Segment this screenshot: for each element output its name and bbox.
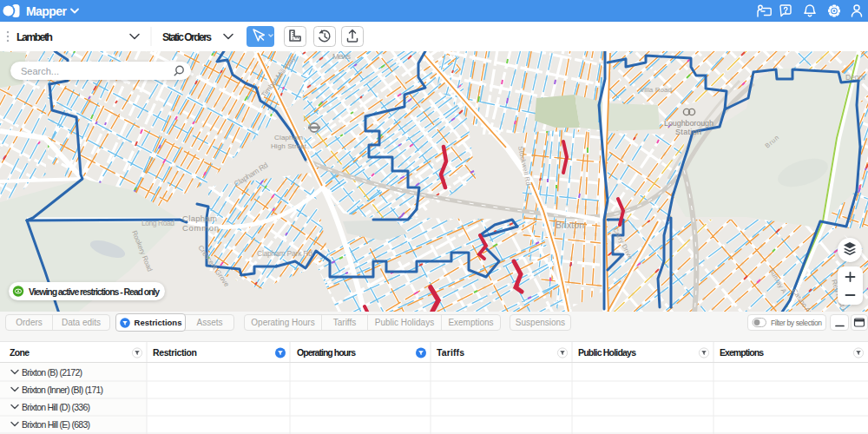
svg-text:Mapper: Mapper — [26, 4, 68, 18]
svg-text:Exemptions: Exemptions — [720, 347, 764, 358]
svg-text:Villa Road: Villa Road — [640, 86, 672, 94]
svg-text:Clapham: Clapham — [274, 134, 303, 141]
svg-text:Restriction: Restriction — [153, 347, 197, 358]
svg-text:Public Holidays: Public Holidays — [578, 347, 636, 358]
svg-text:Clapham Park Rd: Clapham Park Rd — [257, 249, 312, 258]
svg-text:Brixton Hill (E) (683): Brixton Hill (E) (683) — [22, 419, 90, 430]
svg-text:Operating hours: Operating hours — [297, 347, 356, 358]
svg-text:Mews: Mews — [332, 52, 352, 61]
svg-text:Viewing active restrictions -: Viewing active restrictions - Read only — [29, 286, 160, 297]
svg-text:Lambeth: Lambeth — [16, 31, 53, 43]
svg-text:Tariffs: Tariffs — [437, 347, 464, 358]
svg-text:Brixton Hill (D) (336): Brixton Hill (D) (336) — [22, 402, 90, 412]
svg-text:Search...: Search... — [21, 66, 59, 76]
svg-text:Clapham: Clapham — [182, 214, 217, 223]
svg-text:Brixton (Inner) (BI) (171): Brixton (Inner) (BI) (171) — [22, 385, 103, 395]
svg-text:Long Road: Long Road — [141, 219, 174, 227]
svg-text:Loughborough: Loughborough — [664, 119, 713, 128]
svg-text:Static Orders: Static Orders — [162, 31, 212, 43]
svg-text:Brixton: Brixton — [556, 220, 584, 230]
svg-text:Filter by selection: Filter by selection — [771, 319, 822, 327]
svg-text:Denm: Denm — [845, 73, 865, 82]
svg-text:Common: Common — [182, 223, 219, 233]
svg-text:Zone: Zone — [10, 347, 30, 358]
svg-text:Station: Station — [675, 128, 701, 136]
svg-text:Brixton (B) (2172): Brixton (B) (2172) — [22, 367, 82, 378]
svg-text:High Street: High Street — [271, 142, 307, 150]
